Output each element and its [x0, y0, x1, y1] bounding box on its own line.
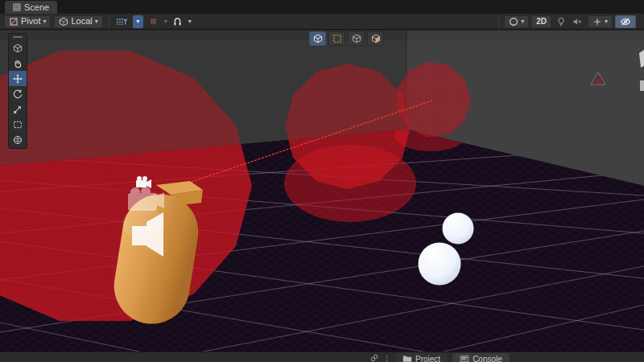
pivot-icon [9, 17, 19, 27]
scene-audio-button[interactable] [571, 15, 585, 28]
tool-rect[interactable] [9, 117, 27, 132]
local-caret-icon: ▾ [95, 19, 98, 25]
toggle-shaded[interactable] [309, 31, 326, 46]
snap-increment-button[interactable] [147, 15, 161, 28]
folder-icon [402, 355, 412, 362]
tool-view-cube[interactable] [9, 40, 27, 56]
grid-dropdown-caret-icon: ▾ [136, 19, 139, 25]
hand-icon [13, 59, 23, 68]
scene-viewport[interactable] [0, 31, 644, 362]
2d-label: 2D [536, 15, 547, 27]
scene-toolbar: Pivot ▾ Local ▾ ▾ ▾ [0, 14, 644, 30]
scene-render [0, 31, 644, 362]
audio-muted-icon [572, 17, 583, 27]
scene-lighting-button[interactable] [554, 15, 568, 28]
toolbar-right-group: ▾ 2D ▾ [496, 15, 636, 28]
white-sphere-small[interactable] [443, 213, 474, 245]
shading-mode-button[interactable]: ▾ [504, 15, 529, 28]
tool-rotate[interactable] [9, 86, 27, 101]
cube-gray-icon [352, 34, 361, 43]
bottom-tab-strip: ⋮ Project Console [0, 352, 644, 362]
effects-button[interactable]: ▾ [588, 15, 613, 28]
effects-sparkle-icon [592, 17, 602, 27]
cube-wire-icon [313, 34, 323, 43]
scene-tab-label: Scene [24, 2, 49, 12]
rotate-icon [13, 89, 23, 99]
tool-transform[interactable] [9, 132, 27, 147]
unity-scene-window: Scene Pivot ▾ Local ▾ [0, 0, 644, 362]
snap-toggle-button[interactable] [171, 15, 185, 28]
toolbar-separator [109, 16, 109, 27]
grid-visibility-dropdown[interactable]: ▾ [133, 15, 143, 28]
local-label: Local [71, 15, 92, 27]
tool-move[interactable] [9, 71, 27, 86]
toggle-shaded-wire[interactable] [348, 31, 365, 46]
toggle-wireframe[interactable] [328, 31, 345, 46]
tools-overlay [8, 33, 27, 149]
scene-visibility-button[interactable] [615, 15, 636, 28]
snap-toggle-caret-icon[interactable]: ▾ [188, 19, 192, 25]
eye-slash-icon [620, 17, 631, 27]
handle-rotation-button[interactable]: Local ▾ [54, 15, 102, 28]
grid-axis-y-icon [116, 17, 128, 27]
pivot-mode-button[interactable]: Pivot ▾ [4, 15, 51, 28]
toolbar-separator-right [498, 16, 499, 27]
pivot-caret-icon: ▾ [43, 19, 46, 25]
effects-caret-icon: ▾ [605, 19, 608, 25]
tool-scale[interactable] [9, 101, 27, 117]
lightbulb-icon [556, 17, 566, 27]
tab-console[interactable]: Console [452, 353, 510, 362]
move-icon [13, 74, 23, 84]
scene-grid-icon [13, 3, 21, 11]
console-tab-label: Console [473, 355, 502, 362]
more-options-icon[interactable]: ⋮ [383, 353, 390, 362]
dashed-rect-icon [332, 34, 342, 43]
shading-sphere-icon [509, 17, 518, 27]
cube-face-icon [371, 34, 381, 43]
shading-caret-icon: ▾ [521, 19, 524, 25]
link-icon[interactable] [370, 353, 378, 362]
pivot-label: Pivot [21, 15, 40, 27]
tab-project[interactable]: Project [395, 353, 448, 362]
toggle-material[interactable] [367, 31, 384, 46]
grid-visibility-button[interactable] [115, 15, 130, 28]
project-tab-label: Project [415, 355, 440, 362]
snap-increment-caret-icon[interactable]: ▾ [164, 19, 167, 25]
console-icon [460, 355, 469, 362]
tool-hand[interactable] [9, 56, 27, 71]
overlay-drag-handle[interactable] [13, 36, 23, 38]
rect-tool-icon [13, 120, 23, 130]
snap-grid-icon [149, 17, 159, 27]
transform-icon [13, 135, 23, 145]
white-sphere-large[interactable] [419, 243, 461, 286]
local-cube-icon [59, 17, 68, 27]
tab-scene[interactable]: Scene [5, 1, 57, 14]
magnet-icon [172, 17, 183, 27]
2d-view-button[interactable]: 2D [531, 15, 551, 28]
scale-icon [13, 105, 23, 114]
draw-mode-toggles [309, 31, 384, 46]
window-tab-bar: Scene [0, 0, 644, 14]
